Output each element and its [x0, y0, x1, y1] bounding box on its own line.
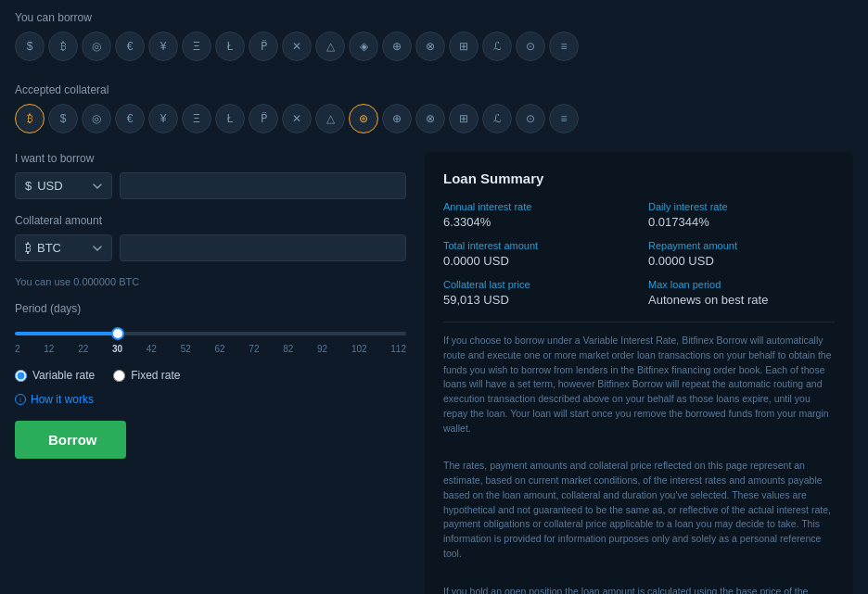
collateral-icon-matic[interactable]: ⊞ — [449, 104, 479, 133]
variable-rate-option[interactable]: Variable rate — [15, 369, 95, 382]
collateral-currency-name: BTC — [37, 241, 61, 255]
main-content: I want to borrow $ USD Collateral amount… — [0, 145, 868, 594]
repayment-amount-value: 0.0000 USD — [648, 254, 835, 268]
borrow-icon-menu[interactable]: ≡ — [549, 32, 579, 61]
variable-rate-radio[interactable] — [15, 370, 27, 382]
slider-tick-112: 112 — [390, 344, 406, 354]
slider-tick-22: 22 — [78, 344, 88, 354]
slider-tick-102: 102 — [351, 344, 367, 354]
annual-interest-rate-item: Annual interest rate 6.3304% — [443, 201, 630, 229]
currency-icon: $ — [25, 179, 32, 193]
borrow-amount-input[interactable] — [120, 172, 406, 199]
collateral-icon-omg[interactable]: ⊗ — [415, 104, 445, 133]
divider — [443, 322, 835, 322]
borrow-icon-atom[interactable]: ⊙ — [516, 32, 545, 61]
borrow-icon-dot[interactable]: ◈ — [349, 32, 378, 61]
annual-interest-rate-value: 6.3304% — [443, 215, 630, 229]
borrow-icon-luna[interactable]: ℒ — [482, 32, 512, 61]
period-slider[interactable] — [15, 332, 406, 335]
slider-ticks: 2122230425262728292102112 — [15, 344, 406, 354]
fixed-rate-option[interactable]: Fixed rate — [113, 369, 180, 382]
collateral-icon-atom[interactable]: ⊙ — [516, 104, 545, 133]
borrow-icon-jpy[interactable]: ¥ — [148, 32, 178, 61]
slider-tick-52: 52 — [181, 344, 191, 354]
borrow-icon-eur[interactable]: € — [115, 32, 145, 61]
collateral-icon-pax[interactable]: P̈ — [249, 104, 278, 133]
annual-interest-rate-label: Annual interest rate — [443, 201, 630, 212]
daily-interest-rate-item: Daily interest rate 0.017344% — [648, 201, 835, 229]
currency-name: USD — [37, 179, 62, 193]
how-it-works-text: How it works — [31, 393, 94, 406]
borrow-icon-usd[interactable]: $ — [15, 32, 45, 61]
svg-text:i: i — [19, 397, 21, 403]
daily-interest-rate-value: 0.017344% — [648, 215, 835, 229]
collateral-icon-luna[interactable]: ℒ — [482, 104, 512, 133]
collateral-icon-eth[interactable]: Ξ — [182, 104, 211, 133]
fixed-rate-radio[interactable] — [113, 370, 125, 382]
collateral-icon-eth-alt[interactable]: ◎ — [82, 104, 111, 133]
loan-grid: Annual interest rate 6.3304% Daily inter… — [443, 201, 835, 307]
borrow-icons-row: $₿◎€¥ΞŁP̈✕△◈⊕⊗⊞ℒ⊙≡ — [0, 32, 868, 72]
disclaimer-1: If you choose to borrow under a Variable… — [443, 334, 835, 436]
collateral-last-price-value: 59,013 USD — [443, 293, 630, 307]
collateral-currency-select[interactable]: ₿ BTC — [15, 234, 112, 261]
max-loan-period-item: Max loan period Autonews on best rate — [648, 279, 835, 307]
slider-tick-12: 12 — [44, 344, 54, 354]
chevron-down-icon — [93, 183, 102, 189]
total-interest-amount-item: Total interest amount 0.0000 USD — [443, 240, 630, 268]
how-it-works-link[interactable]: i How it works — [15, 393, 406, 406]
slider-tick-72: 72 — [249, 344, 259, 354]
collateral-icon-algo[interactable]: △ — [315, 104, 345, 133]
borrow-icon-xrp[interactable]: ✕ — [282, 32, 312, 61]
borrow-icon-ltc[interactable]: Ł — [215, 32, 245, 61]
slider-tick-2: 2 — [15, 344, 20, 354]
collateral-amount-input[interactable]: 0.0000 — [120, 234, 406, 261]
borrow-icon-btc[interactable]: ₿ — [48, 32, 78, 61]
slider-tick-30: 30 — [112, 344, 122, 354]
info-icon: i — [15, 394, 26, 405]
borrow-icon-eth-alt[interactable]: ◎ — [82, 32, 111, 61]
borrow-amount-label: I want to borrow — [15, 152, 406, 165]
collateral-icon-gold[interactable]: ⊛ — [349, 104, 378, 133]
slider-tick-42: 42 — [147, 344, 157, 354]
borrow-section: You can borrow $₿◎€¥ΞŁP̈✕△◈⊕⊗⊞ℒ⊙≡ — [0, 0, 868, 72]
collateral-icon-link[interactable]: ⊕ — [382, 104, 412, 133]
collateral-icon-ltc[interactable]: Ł — [215, 104, 245, 133]
period-section: Period (days) 2122230425262728292102112 — [15, 302, 406, 354]
borrow-icon-algo[interactable]: △ — [315, 32, 345, 61]
slider-tick-62: 62 — [215, 344, 225, 354]
collateral-last-price-label: Collateral last price — [443, 279, 630, 290]
slider-tick-82: 82 — [283, 344, 293, 354]
collateral-icon-btc[interactable]: ₿ — [15, 104, 45, 133]
borrow-icon-omg[interactable]: ⊗ — [415, 32, 445, 61]
collateral-hint: You can use 0.000000 BTC — [15, 276, 406, 287]
repayment-amount-label: Repayment amount — [648, 240, 835, 251]
borrow-amount-section: I want to borrow $ USD — [15, 152, 406, 199]
borrow-icon-pax[interactable]: P̈ — [249, 32, 278, 61]
borrow-input-group: $ USD — [15, 172, 406, 199]
borrow-button[interactable]: Borrow — [15, 421, 126, 459]
collateral-icon-jpy[interactable]: ¥ — [148, 104, 178, 133]
borrow-icon-eth[interactable]: Ξ — [182, 32, 211, 61]
total-interest-amount-value: 0.0000 USD — [443, 254, 630, 268]
right-panel: Loan Summary Annual interest rate 6.3304… — [425, 152, 853, 594]
daily-interest-rate-label: Daily interest rate — [648, 201, 835, 212]
collateral-icon-usd[interactable]: $ — [48, 104, 78, 133]
collateral-icon: ₿ — [25, 241, 32, 255]
total-interest-amount-label: Total interest amount — [443, 240, 630, 251]
rate-options: Variable rate Fixed rate — [15, 369, 406, 382]
disclaimer-2: The rates, payment amounts and collatera… — [443, 459, 835, 561]
borrow-icon-link[interactable]: ⊕ — [382, 32, 412, 61]
fixed-rate-label: Fixed rate — [131, 369, 180, 382]
collateral-amount-label: Collateral amount — [15, 214, 406, 227]
slider-container — [15, 324, 406, 338]
collateral-icon-eur[interactable]: € — [115, 104, 145, 133]
collateral-icon-xrp[interactable]: ✕ — [282, 104, 312, 133]
repayment-amount-item: Repayment amount 0.0000 USD — [648, 240, 835, 268]
loan-summary-title: Loan Summary — [443, 171, 835, 186]
borrow-icon-matic[interactable]: ⊞ — [449, 32, 479, 61]
variable-rate-label: Variable rate — [32, 369, 95, 382]
collateral-icon-menu[interactable]: ≡ — [549, 104, 579, 133]
collateral-section-label: Accepted collateral — [0, 72, 868, 104]
currency-select[interactable]: $ USD — [15, 172, 112, 199]
